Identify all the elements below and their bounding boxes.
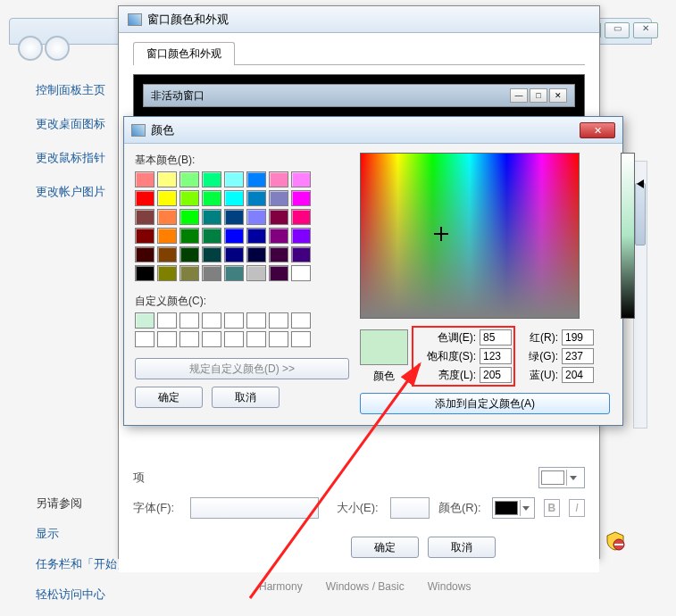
color-swatch[interactable] [291,246,311,262]
custom-color-swatch[interactable] [135,312,154,329]
color-swatch[interactable] [269,171,288,187]
see-also-ease[interactable]: 轻松访问中心 [36,587,134,603]
tab-window-color[interactable]: 窗口颜色和外观 [133,42,235,65]
g-input[interactable] [562,348,594,364]
color-swatch[interactable] [135,246,154,262]
color-swatch[interactable] [202,265,221,281]
define-custom-button[interactable]: 规定自定义颜色(D) >> [135,358,349,379]
color-swatch[interactable] [291,190,311,206]
color-swatch[interactable] [224,265,244,281]
color-swatch[interactable] [246,209,266,225]
color-swatch[interactable] [291,171,311,187]
custom-color-swatch[interactable] [269,312,288,329]
sidebar-item-mouse[interactable]: 更改鼠标指针 [36,150,125,166]
color-swatch[interactable] [135,171,154,187]
color-swatch[interactable] [179,228,199,244]
vertical-scrollbar[interactable] [633,161,647,429]
hue-input[interactable] [480,329,512,345]
custom-color-swatch[interactable] [291,312,311,329]
color-swatch[interactable] [179,171,199,187]
sidebar-home[interactable]: 控制面板主页 [36,82,125,98]
color-swatch[interactable] [224,171,244,187]
custom-color-swatch[interactable] [135,331,154,347]
color-swatch[interactable] [224,228,244,244]
custom-color-swatch[interactable] [246,331,266,347]
theme-name: Harmony [259,580,303,593]
color-swatch[interactable] [202,246,221,262]
custom-color-swatch[interactable] [269,331,288,347]
sat-input[interactable] [480,348,512,364]
italic-button[interactable]: I [569,499,585,517]
color-swatch[interactable] [269,265,288,281]
color-dialog-titlebar[interactable]: 颜色 ✕ [124,117,622,144]
color-swatch[interactable] [202,171,221,187]
color-swatch[interactable] [157,265,177,281]
color-swatch[interactable] [135,265,154,281]
color-swatch[interactable] [269,190,288,206]
custom-color-swatch[interactable] [157,312,177,329]
color-swatch[interactable] [269,246,288,262]
color-swatch[interactable] [135,190,154,206]
custom-color-swatch[interactable] [202,331,221,347]
color-swatch[interactable] [202,190,221,206]
sidebar-item-icons[interactable]: 更改桌面图标 [36,116,125,132]
scrollbar-thumb[interactable] [635,183,646,246]
win1-ok-button[interactable]: 确定 [351,537,419,558]
custom-color-swatch[interactable] [202,312,221,329]
bg-max-button[interactable]: ▭ [605,22,630,38]
custom-color-swatch[interactable] [246,312,266,329]
color-swatch[interactable] [246,265,266,281]
custom-color-swatch[interactable] [224,331,244,347]
color-swatch[interactable] [269,228,288,244]
color-swatch[interactable] [157,228,177,244]
color-swatch[interactable] [224,209,244,225]
size-combo[interactable] [390,497,430,519]
custom-color-swatch[interactable] [179,331,199,347]
color-swatch[interactable] [246,228,266,244]
size-label: 大小(E): [337,500,381,516]
color-swatch[interactable] [224,190,244,206]
color-swatch[interactable] [291,228,311,244]
win1-cancel-button[interactable]: 取消 [428,537,496,558]
color-swatch[interactable] [291,209,311,225]
lum-input[interactable] [480,367,512,383]
color-swatch[interactable] [291,265,311,281]
color-swatch[interactable] [224,246,244,262]
bg-close-button[interactable]: ✕ [633,22,658,38]
close-button[interactable]: ✕ [580,122,615,138]
custom-color-swatch[interactable] [157,331,177,347]
color-swatch[interactable] [157,171,177,187]
custom-color-swatch[interactable] [224,312,244,329]
hue-sat-field[interactable] [360,153,580,319]
color-cancel-button[interactable]: 取消 [212,387,280,408]
font-color-dropdown[interactable] [492,497,535,519]
custom-color-swatch[interactable] [291,331,311,347]
add-to-custom-button[interactable]: 添加到自定义颜色(A) [360,393,610,414]
color-swatch[interactable] [157,190,177,206]
color-swatch[interactable] [202,209,221,225]
color-swatch[interactable] [157,246,177,262]
color1-dropdown[interactable] [538,467,585,488]
custom-color-swatch[interactable] [179,312,199,329]
bold-button[interactable]: B [544,499,560,517]
color-swatch[interactable] [135,228,154,244]
color-swatch[interactable] [135,209,154,225]
font-combo[interactable] [190,497,319,519]
nav-back-forward[interactable] [18,36,70,61]
color-ok-button[interactable]: 确定 [135,387,203,408]
r-input[interactable] [562,329,594,345]
color-swatch[interactable] [246,190,266,206]
color-swatch[interactable] [179,209,199,225]
sidebar-item-account[interactable]: 更改帐户图片 [36,184,125,200]
color-swatch[interactable] [246,246,266,262]
color-swatch[interactable] [157,209,177,225]
b-input[interactable] [562,367,594,383]
color-swatch[interactable] [179,190,199,206]
win1-titlebar[interactable]: 窗口颜色和外观 [119,6,599,33]
color-swatch[interactable] [246,171,266,187]
color-swatch[interactable] [269,209,288,225]
color-swatch[interactable] [202,228,221,244]
color-swatch[interactable] [179,246,199,262]
color-swatch[interactable] [179,265,199,281]
luminance-slider[interactable] [621,153,635,319]
